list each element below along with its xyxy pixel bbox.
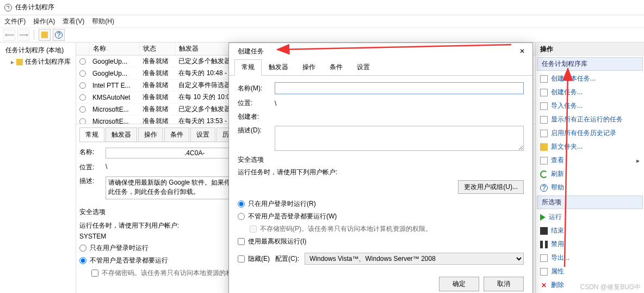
action-label: 创建任务... [551, 88, 583, 97]
dlg-radio-any-logon[interactable] [238, 213, 245, 220]
menu-view[interactable]: 查看(V) [63, 17, 84, 26]
action-create-basic[interactable]: 创建基本任务... [536, 72, 644, 86]
tab-triggers[interactable]: 触发器 [106, 127, 137, 142]
dlg-tab-actions[interactable]: 操作 [295, 59, 323, 75]
radio-logon-only-label: 只在用户登录时运行 [90, 243, 148, 253]
action-label: 刷新 [551, 169, 564, 179]
dlg-check-nostore-pwd [250, 225, 257, 233]
radio-any-logon[interactable] [79, 257, 86, 264]
dlg-tab-settings[interactable]: 设置 [350, 59, 377, 75]
action-label: 删除 [551, 280, 564, 290]
dlg-radio-logon-only[interactable] [238, 200, 245, 207]
ok-button[interactable]: 确定 [439, 277, 479, 291]
action-label: 禁用 [551, 240, 564, 249]
cancel-button[interactable]: 取消 [484, 277, 524, 291]
dlg-config-select[interactable]: Windows Vista™、Windows Server™ 2008 [305, 253, 524, 265]
dlg-check-hidden[interactable] [238, 255, 245, 263]
watermark: CSDN @修复BUG中 [580, 283, 641, 292]
action-label: 显示所有正在运行的任务 [551, 115, 623, 124]
cell-status: 准备就绪 [139, 91, 175, 103]
action-create-task[interactable]: 创建任务... [536, 86, 644, 99]
folder-icon [16, 59, 23, 65]
actions-group-library: 任务计划程序库 [537, 57, 643, 71]
props-button[interactable] [39, 29, 51, 41]
action-end[interactable]: 结束 [536, 224, 644, 237]
action-enable-history[interactable]: 启用所有任务历史记录 [536, 126, 644, 140]
dlg-security-user [238, 184, 239, 191]
action-label: 启用所有任务历史记录 [551, 129, 616, 138]
action-refresh[interactable]: 刷新 [536, 167, 644, 181]
menu-help[interactable]: 帮助(H) [92, 17, 114, 26]
dlg-input-name[interactable] [275, 82, 524, 94]
actions-head: 操作 [536, 42, 644, 56]
action-view[interactable]: 查看▸ [536, 154, 644, 167]
radio-any-logon-label: 不管用户是否登录都要运行 [90, 256, 168, 265]
cell-name: GoogleUp... [89, 68, 139, 80]
tab-conditions[interactable]: 条件 [164, 127, 189, 142]
create-task-dialog: 创建任务 ✕ 常规 触发器 操作 条件 设置 名称(M): 位置:\ 创建者: … [228, 42, 533, 293]
task-icon [79, 70, 86, 77]
action-label: 运行 [549, 212, 562, 222]
separator [34, 30, 34, 40]
action-props[interactable]: 属性 [536, 265, 644, 278]
action-run[interactable]: 运行 [536, 210, 644, 224]
dlg-label-location: 位置: [238, 99, 270, 108]
dlg-input-desc[interactable] [275, 126, 524, 151]
check-nostore-pwd-label: 不存储密码。该任务将只有访问本地资源的权限 [102, 268, 239, 278]
action-label: 查看 [551, 156, 564, 165]
help-button[interactable]: ? [53, 29, 65, 41]
menu-action[interactable]: 操作(A) [33, 17, 55, 26]
actions-group-selected: 所选项 [537, 196, 643, 209]
action-import[interactable]: 导入任务... [536, 99, 644, 113]
cell-name: MicrosoftE... [89, 103, 139, 115]
menu-file[interactable]: 文件(F) [4, 17, 26, 26]
cell-status: 准备就绪 [139, 80, 175, 91]
dlg-label-name: 名称(M): [238, 84, 270, 93]
tree-library[interactable]: ▸ 任务计划程序库 [2, 56, 73, 68]
tree-root-label: 任务计划程序 (本地) [5, 46, 64, 55]
tab-general[interactable]: 常规 [79, 127, 104, 142]
tab-actions[interactable]: 操作 [138, 127, 163, 142]
task-icon [79, 58, 86, 65]
action-help[interactable]: ?帮助 [536, 181, 644, 194]
task-icon [79, 94, 86, 101]
dialog-title: 创建任务 [238, 47, 264, 56]
dlg-security-title: 安全选项 [238, 155, 524, 164]
dlg-label-desc: 描述(D): [238, 126, 270, 135]
col-status[interactable]: 状态 [139, 42, 175, 56]
check-nostore-pwd[interactable] [91, 270, 98, 277]
dialog-titlebar[interactable]: 创建任务 ✕ [229, 43, 532, 59]
tab-settings[interactable]: 设置 [190, 127, 215, 142]
dlg-check-highest-label: 使用最高权限运行(I) [248, 237, 306, 246]
dlg-check-highest[interactable] [238, 238, 245, 245]
tree-root[interactable]: 任务计划程序 (本地) [2, 45, 73, 56]
task-icon [79, 106, 86, 113]
dlg-value-location: \ [275, 100, 276, 107]
action-export[interactable]: 导出... [536, 251, 644, 265]
dlg-check-nostore-pwd-label: 不存储密码(P)。该任务将只有访问本地计算机资源的权限。 [260, 224, 432, 234]
app-icon [4, 4, 12, 11]
action-disable[interactable]: 禁用 [536, 237, 644, 251]
close-button[interactable]: ✕ [515, 45, 529, 57]
dlg-tab-general[interactable]: 常规 [234, 59, 262, 76]
radio-logon-only[interactable] [79, 245, 86, 252]
action-label: 帮助 [551, 183, 564, 192]
task-icon [79, 118, 86, 124]
back-button[interactable]: ⟸ [3, 29, 15, 41]
tree-panel: 任务计划程序 (本地) ▸ 任务计划程序库 [0, 42, 76, 293]
dlg-tab-conditions[interactable]: 条件 [323, 59, 350, 75]
col-name[interactable]: 名称 [89, 42, 139, 56]
action-show-running[interactable]: 显示所有正在运行的任务 [536, 113, 644, 126]
change-user-button[interactable]: 更改用户或组(U)... [458, 180, 524, 194]
label-location: 位置: [79, 163, 106, 172]
cell-name: GoogleUp... [89, 56, 139, 68]
action-new-folder[interactable]: 新文件夹... [536, 140, 644, 154]
dlg-radio-logon-only-label: 只在用户登录时运行(R) [248, 199, 316, 209]
menubar: 文件(F) 操作(A) 查看(V) 帮助(H) [0, 15, 644, 27]
dlg-tab-triggers[interactable]: 触发器 [262, 59, 295, 75]
titlebar: 任务计划程序 [0, 0, 644, 15]
actions-panel: 操作 任务计划程序库 创建基本任务...创建任务...导入任务...显示所有正在… [535, 42, 644, 293]
tree-library-label: 任务计划程序库 [25, 57, 71, 66]
toolbar: ⟸ ⟹ ? [0, 27, 644, 42]
forward-button[interactable]: ⟹ [17, 29, 29, 41]
